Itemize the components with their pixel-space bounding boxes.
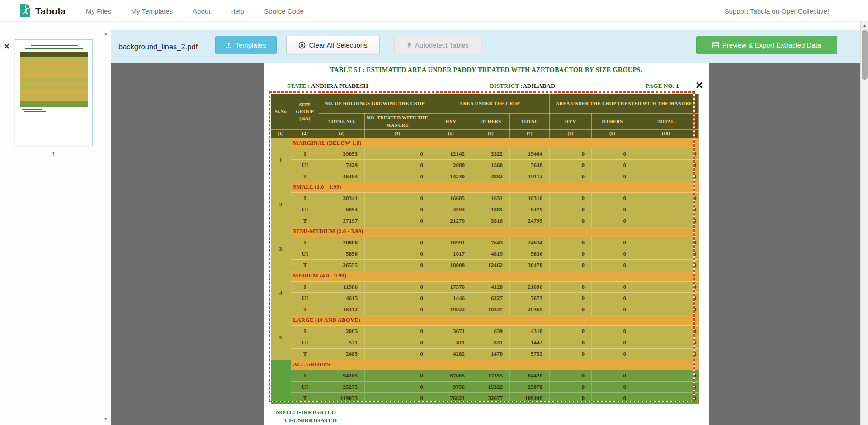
table-row: T46484014230488219112000	[271, 171, 699, 182]
nav-item-help[interactable]: Help	[230, 7, 244, 15]
sidebar-scroll-up-icon[interactable]: ▲	[104, 31, 108, 36]
table-cell: 0	[592, 382, 633, 393]
table-row: I20341016685163118316000	[271, 193, 699, 204]
table-cell: 0	[550, 282, 592, 293]
selection-close-icon[interactable]: ✕	[695, 81, 703, 90]
nav-item-about[interactable]: About	[193, 7, 210, 15]
table-cell: 0	[550, 293, 592, 304]
header-colnum-8: (8)	[550, 130, 592, 138]
table-cell: 0	[592, 237, 633, 248]
mini-title-line	[31, 45, 78, 46]
table-cell: 27197	[319, 215, 365, 227]
table-cell: 0	[592, 304, 633, 315]
clear-all-selections-button[interactable]: Clear All Selections	[286, 36, 380, 54]
table-cell: 1470	[472, 349, 510, 360]
mini-meta-line	[25, 48, 83, 49]
table-row: UI25275097561532225078000	[271, 382, 699, 393]
header-group-2: AREA UNDER THE CROP	[430, 94, 550, 114]
section-band-label: MARGINAL (BELOW 1.0)	[291, 138, 699, 148]
nav-item-my-files[interactable]: My Files	[86, 7, 111, 15]
table-cell: 0	[592, 326, 633, 337]
table-cell: 831	[472, 337, 510, 349]
slno-cell	[271, 360, 291, 404]
table-cell: 12462	[472, 260, 510, 271]
remove-page-icon[interactable]: ×	[4, 42, 10, 51]
row-code-cell: T	[291, 304, 319, 315]
scrollbar-up-icon[interactable]: ▲	[861, 22, 868, 29]
pdf-note-line-1: NOTE: I-IRRIGATED	[276, 409, 336, 416]
table-cell: 19022	[430, 304, 472, 315]
table-row: I11986017576412021696000	[271, 282, 699, 293]
pdf-page[interactable]: TABLE 5J : ESTIMATED AREA UNDER PADDY TR…	[264, 63, 709, 425]
table-cell: 1017	[430, 248, 472, 260]
table-cell: 12142	[430, 148, 472, 160]
header-colnum-5: (5)	[430, 130, 472, 138]
row-code-cell: T	[291, 171, 319, 182]
sidebar-scroll-down-icon[interactable]: ▼	[104, 416, 108, 421]
table-cell: 9756	[430, 382, 472, 393]
pdf-table[interactable]: Sl.NoSIZE GROUP (HA)NO. OF HOLDINGS GROW…	[270, 93, 699, 404]
table-cell: 0	[365, 237, 430, 248]
header-colnum-10: (10)	[633, 130, 699, 138]
header-group-1: NO. OF HOLDINGS GROWING THE CROP	[319, 94, 430, 114]
toolbar: background_lines_2.pdf Templates Clear A…	[111, 30, 868, 63]
state-value: ANDHRA PRADESH	[311, 82, 368, 89]
table-cell: 0	[633, 349, 699, 360]
table-cell: 0	[550, 160, 592, 171]
page-thumbnail[interactable]	[15, 39, 93, 146]
header-colnum-7: (7)	[510, 130, 550, 138]
table-cell: 0	[550, 370, 592, 382]
preview-export-button[interactable]: Preview & Export Extracted Data	[696, 36, 837, 54]
table-cell: 2485	[319, 349, 365, 360]
table-cell: 0	[365, 382, 430, 393]
lightning-icon	[406, 42, 412, 48]
row-code-cell: I	[291, 193, 319, 204]
table-cell: 611	[430, 337, 472, 349]
table-cell: 19112	[510, 171, 550, 182]
table-cell: 18008	[430, 260, 472, 271]
slno-cell: 2	[271, 182, 291, 227]
table-cell: 15322	[472, 382, 510, 393]
document-filename: background_lines_2.pdf	[118, 30, 198, 63]
row-code-cell: I	[291, 237, 319, 248]
table-row: T265550180081246230470000	[271, 260, 699, 271]
header-sub-1-2: NO. TREATED WITH THE MANURE	[365, 114, 430, 130]
brand[interactable]: Tabula	[19, 3, 66, 19]
nav-item-source-code[interactable]: Source Code	[264, 7, 304, 15]
section-band-row: 4MEDIUM (4.0 - 9.99)	[271, 271, 699, 282]
templates-button[interactable]: Templates	[215, 36, 277, 54]
table-cell: 39053	[319, 148, 365, 160]
table-cell: 6854	[319, 204, 365, 215]
table-cell: 3648	[510, 160, 550, 171]
vertical-scrollbar[interactable]: ▲	[860, 22, 868, 425]
section-band-row: ALL GROUPS	[271, 360, 699, 370]
table-row: UI52106118311442000	[271, 337, 699, 349]
table-cell: 3671	[430, 326, 472, 337]
table-row: UI46150144662277673000	[271, 293, 699, 304]
table-row: I20800016991764324634000	[271, 237, 699, 248]
table-cell: 119033	[319, 393, 365, 404]
document-canvas: TABLE 5J : ESTIMATED AREA UNDER PADDY TR…	[111, 63, 868, 425]
table-cell: 0	[633, 382, 699, 393]
table-row: T27197021279351624795000	[271, 215, 699, 227]
table-cell: 2005	[319, 326, 365, 337]
support-link[interactable]: Support Tabula on OpenCollective!	[724, 0, 829, 22]
table-row: T24850428214705752000	[271, 349, 699, 360]
table-cell: 0	[592, 337, 633, 349]
table-cell: 0	[365, 282, 430, 293]
table-cell: 0	[550, 393, 592, 404]
nav-links: My FilesMy TemplatesAboutHelpSource Code	[86, 0, 304, 22]
header-colnum-4: (4)	[365, 130, 430, 138]
table-cell: 0	[592, 193, 633, 204]
table-row: I39053012142332215464000	[271, 148, 699, 160]
scrollbar-thumb[interactable]	[862, 30, 868, 80]
header-sub-3-3: TOTAL	[633, 114, 699, 130]
table-cell: 26555	[319, 260, 365, 271]
table-cell: 0	[633, 282, 699, 293]
nav-item-my-templates[interactable]: My Templates	[131, 7, 173, 15]
slno-cell: 1	[271, 138, 291, 182]
mini-table-strip	[20, 67, 88, 74]
table-cell: 0	[550, 237, 592, 248]
autodetect-tables-button[interactable]: Autodetect Tables	[394, 36, 481, 54]
row-code-cell: I	[291, 326, 319, 337]
